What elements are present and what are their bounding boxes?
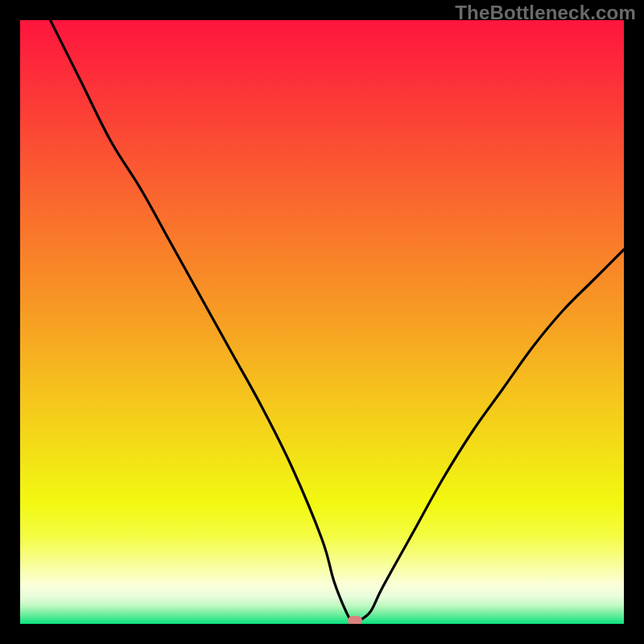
bottleneck-curve xyxy=(20,20,624,624)
optimal-point-marker xyxy=(348,616,362,624)
watermark-text: TheBottleneck.com xyxy=(455,2,636,24)
plot-area xyxy=(20,20,624,624)
chart-frame: TheBottleneck.com xyxy=(0,0,644,644)
